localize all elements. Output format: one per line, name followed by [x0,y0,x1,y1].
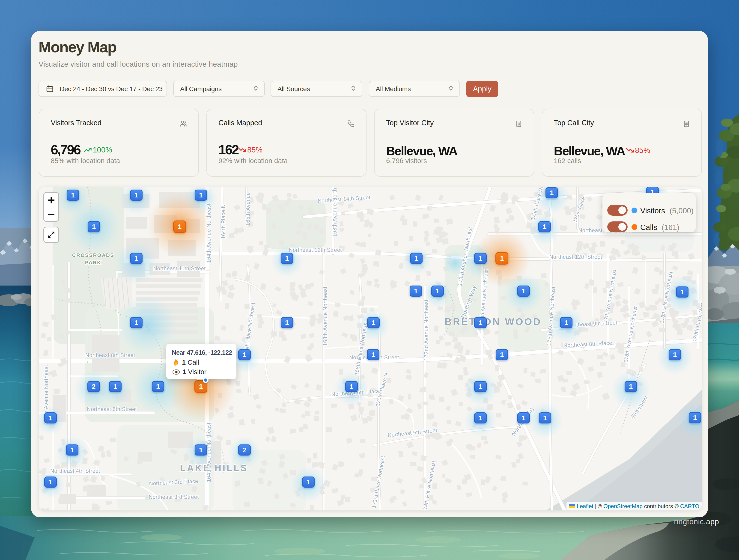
svg-text:CROSSROADS: CROSSROADS [72,252,114,258]
svg-text:LAKE HILLS: LAKE HILLS [180,463,248,473]
svg-text:164th Place N: 164th Place N [220,204,226,239]
svg-text:168th Avenue North: 168th Avenue North [332,188,338,237]
svg-text:Northeast 12th Street: Northeast 12th Street [549,254,602,260]
svg-text:Northeast 11th Street: Northeast 11th Street [153,266,206,271]
svg-text:172nd Avenue Northeast: 172nd Avenue Northeast [423,300,429,361]
svg-text:Northeast 3rd Street: Northeast 3rd Street [149,494,198,500]
svg-text:BRETTON WOOD: BRETTON WOOD [444,316,542,327]
svg-text:Northeast 8th Street: Northeast 8th Street [85,352,135,358]
svg-text:Northeast 6th Street: Northeast 6th Street [87,406,137,412]
svg-text:165th Avenue: 165th Avenue [245,192,251,226]
svg-text:Northeast 4th Street: Northeast 4th Street [50,468,100,474]
svg-text:168th Avenue Northeast: 168th Avenue Northeast [322,286,328,346]
svg-text:164th Avenue Northeast: 164th Avenue Northeast [206,203,212,263]
svg-text:PARK: PARK [85,260,102,266]
svg-text:Northeast 12th Street: Northeast 12th Street [289,247,341,253]
